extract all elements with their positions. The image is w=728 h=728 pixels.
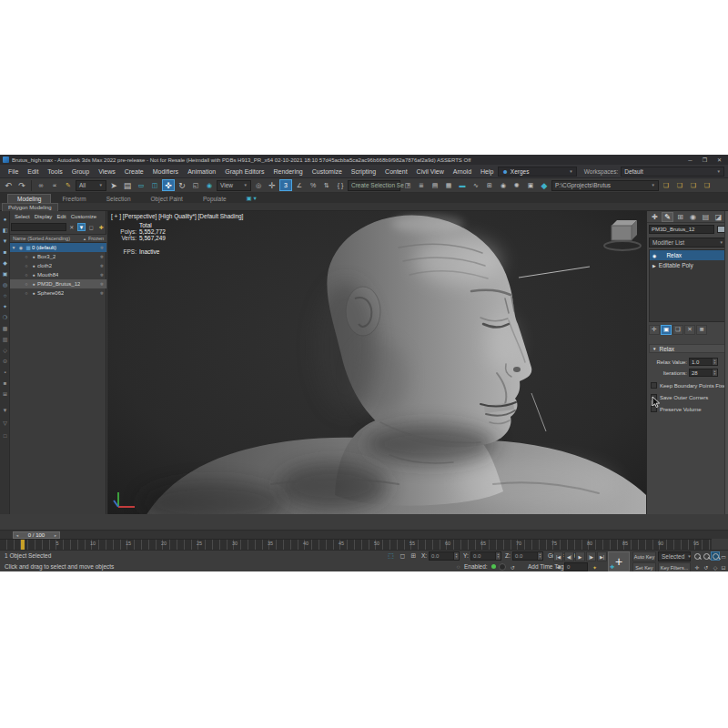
menu-content[interactable]: Content	[380, 168, 412, 175]
menu-customize[interactable]: Customize	[308, 168, 347, 175]
workspace-dropdown[interactable]: Default ▼	[621, 167, 724, 177]
configure-modifier-sets-icon[interactable]: ≣	[696, 325, 707, 335]
pin-stack-icon[interactable]: ✛	[649, 325, 660, 335]
add-icon[interactable]: ✚	[96, 223, 106, 231]
viewport-label[interactable]: [ + ] [Perspective] [High Quality*] [Def…	[111, 213, 243, 219]
reference-coordinate-system-dropdown[interactable]: View ▼	[217, 180, 251, 191]
menu-graph-editors[interactable]: Graph Editors	[220, 168, 268, 175]
layer-row[interactable]: ▼ ◉ ▦ 0 (default) ❄	[10, 243, 106, 252]
show-end-result-icon[interactable]: ▣	[661, 325, 672, 335]
edit-named-selections-icon[interactable]: { }	[334, 179, 347, 191]
strip-icon-20[interactable]: □	[1, 431, 9, 440]
unlink-selection-icon[interactable]: ∝	[48, 179, 61, 191]
strip-icon-13[interactable]: ◇	[1, 346, 9, 354]
tab-modeling[interactable]: Modeling	[7, 194, 51, 203]
time-slider-track[interactable]: ◄ 0 / 100 ►	[0, 530, 728, 539]
menu-civil-view[interactable]: Civil View	[412, 168, 449, 175]
redo-icon[interactable]: ↷	[15, 179, 28, 191]
display-materials-icon[interactable]: ❍	[1, 313, 9, 321]
strip-icon-17[interactable]: ⊞	[1, 389, 9, 398]
clear-search-icon[interactable]: ✕	[67, 223, 76, 231]
set-key-button[interactable]: Set Key	[632, 562, 656, 571]
zoom-all-icon[interactable]	[702, 551, 711, 561]
close-button[interactable]: ✕	[713, 156, 725, 164]
layer-manager-icon[interactable]: ▤	[429, 179, 441, 191]
bind-to-spacewarp-icon[interactable]: ✎	[62, 179, 75, 191]
spinner-arrows-icon[interactable]: ▲▼	[495, 552, 500, 560]
menu-arnold[interactable]: Arnold	[449, 168, 476, 175]
key-step-icon[interactable]: ◀	[553, 562, 563, 571]
explorer-menu-customize[interactable]: Customize	[69, 214, 98, 219]
current-frame-field[interactable]: 0	[564, 562, 588, 571]
tab-freeform[interactable]: Freeform	[53, 195, 95, 203]
filter-icon[interactable]: ▼	[77, 223, 86, 231]
strip-icon-14[interactable]: ⊙	[1, 357, 9, 365]
frozen-toggle-icon[interactable]: ❄	[100, 263, 104, 268]
frozen-toggle-icon[interactable]: ❄	[100, 245, 104, 250]
stack-item-relax[interactable]: ◉ Relax	[650, 250, 726, 260]
eye-icon[interactable]: ◉	[652, 253, 656, 258]
eye-icon[interactable]: ○	[23, 281, 30, 287]
key-mode-dropdown[interactable]: Selected ▼	[658, 551, 691, 561]
angle-snap-icon[interactable]: ∠	[293, 179, 306, 191]
object-row-box[interactable]: ○ ● Box3_2 ❄	[10, 252, 106, 261]
goto-start-icon[interactable]: |◀	[553, 551, 563, 561]
selection-filter-dropdown[interactable]: All ▼	[76, 180, 106, 191]
eye-icon[interactable]: ◉	[17, 245, 25, 250]
make-unique-icon[interactable]: ❏	[672, 325, 683, 335]
explorer-column-header[interactable]: Name (Sorted Ascending) ▲ Frozen	[10, 234, 106, 243]
search-input[interactable]	[11, 223, 66, 231]
create-tab-icon[interactable]: ✚	[649, 212, 661, 222]
render-preset-2-icon[interactable]: ❏	[673, 179, 686, 191]
menu-tools[interactable]: Tools	[43, 168, 66, 175]
frame-back-icon[interactable]: ◄	[15, 533, 19, 538]
animation-preview-icon[interactable]: ◌	[453, 562, 463, 571]
window-crossing-icon[interactable]: ◫	[148, 179, 161, 191]
material-editor-icon[interactable]: ◉	[497, 179, 510, 191]
y-coordinate-field[interactable]: 0.0 ▲▼	[470, 551, 501, 561]
iterations-spinner[interactable]: 28 ▲▼	[689, 369, 718, 377]
project-folder-dropdown[interactable]: P:\CGprojects\Brutus ▼	[551, 180, 659, 191]
stack-item-editable-poly[interactable]: ▶ Editable Poly	[650, 260, 726, 270]
strip-icon-11[interactable]: ▩	[1, 324, 9, 332]
expand-arrow-icon[interactable]: ▶	[652, 263, 656, 268]
modify-tab-icon[interactable]: ✎	[662, 212, 673, 222]
curve-editor-icon[interactable]: ∿	[470, 179, 482, 191]
user-account-dropdown[interactable]: ☻ Xerges ▼	[498, 167, 576, 177]
polygon-modeling-panel[interactable]: Polygon Modeling	[2, 203, 58, 211]
command-panel-scrollbar[interactable]	[724, 211, 728, 514]
minimize-button[interactable]: ─	[684, 156, 696, 164]
tab-populate[interactable]: Populate	[194, 195, 236, 203]
remove-modifier-icon[interactable]: ✕	[684, 325, 695, 335]
isolate-selection-icon[interactable]: ⬚	[386, 551, 396, 561]
pan-icon[interactable]: ✛	[693, 562, 702, 571]
object-row-mouth[interactable]: ○ ● Mouth84 ❄	[10, 270, 106, 279]
strip-icon-12[interactable]: ▥	[1, 335, 9, 343]
select-manipulate-icon[interactable]: ✛	[266, 179, 278, 191]
hierarchy-tab-icon[interactable]: ⊞	[674, 212, 686, 222]
eye-icon[interactable]: ○	[23, 290, 30, 296]
set-keys-button[interactable]: +✚	[608, 551, 630, 571]
selection-lock-icon[interactable]: ◻	[398, 551, 408, 561]
select-and-rotate-icon[interactable]: ↻	[176, 179, 188, 191]
ribbon-toggle-icon[interactable]: ▬	[456, 179, 469, 191]
utilities-tab-icon[interactable]: ◪	[713, 212, 724, 222]
frozen-toggle-icon[interactable]: ❄	[100, 281, 104, 287]
display-shapes-icon[interactable]: ▼	[1, 237, 9, 245]
display-bones-icon[interactable]: ○	[1, 291, 9, 299]
coordinate-mode-icon[interactable]: ⊞	[409, 551, 419, 561]
frozen-column-header[interactable]: Frozen	[88, 236, 104, 241]
frozen-toggle-icon[interactable]: ❄	[100, 272, 104, 278]
menu-create[interactable]: Create	[120, 168, 148, 175]
x-coordinate-field[interactable]: 0.0 ▲▼	[429, 551, 460, 561]
strip-icon-15[interactable]: ▪	[1, 368, 9, 376]
tab-object-paint[interactable]: Object Paint	[142, 195, 192, 203]
select-by-name-icon[interactable]: ▤	[121, 179, 134, 191]
strip-icon-18[interactable]: ▼	[1, 406, 9, 414]
percent-snap-icon[interactable]: %	[307, 179, 319, 191]
eye-icon[interactable]: ○	[23, 254, 30, 259]
object-name-field[interactable]: PM3D_Brutus_12	[649, 225, 714, 234]
name-column-header[interactable]: Name (Sorted Ascending)	[13, 236, 83, 241]
next-frame-icon[interactable]: |▶	[586, 551, 596, 561]
render-preset-3-icon[interactable]: ❏	[687, 179, 700, 191]
